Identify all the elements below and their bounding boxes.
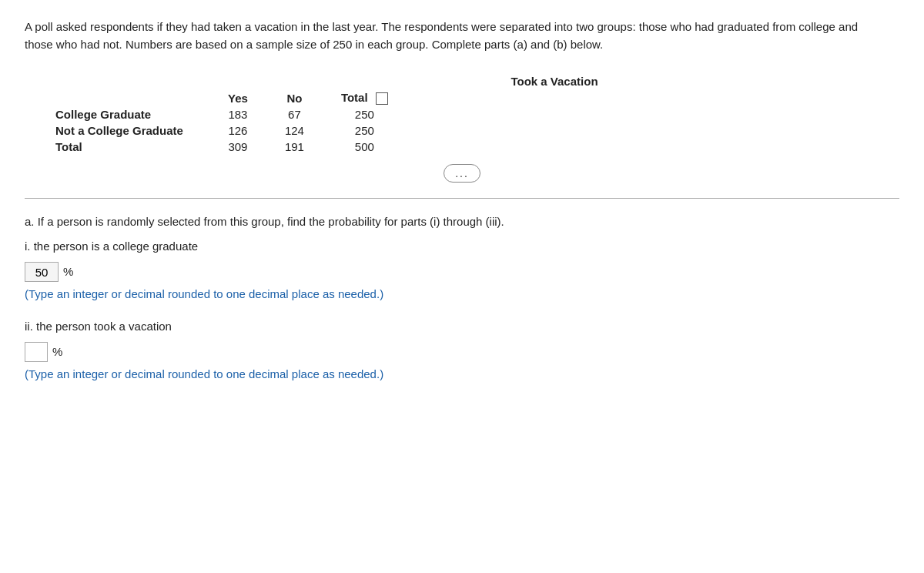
table-row: College Graduate 183 67 250	[55, 106, 407, 122]
cell-total-no: 191	[266, 139, 323, 155]
cell-ncg-total: 250	[323, 122, 407, 139]
cell-cg-no: 67	[266, 106, 323, 122]
part-ii-answer-row: %	[25, 342, 899, 362]
col-header-yes: Yes	[209, 89, 266, 106]
more-button-container: ...	[25, 164, 899, 183]
data-table-section: Took a Vacation Yes No Total College Gra…	[25, 75, 899, 155]
col-header-total: Total	[323, 89, 407, 106]
col-header-no: No	[266, 89, 323, 106]
intro-paragraph: A poll asked respondents if they had tak…	[25, 18, 872, 53]
row-label-not-college-grad: Not a College Graduate	[55, 122, 209, 139]
empty-header	[55, 89, 209, 106]
part-a-label: a. If a person is randomly selected from…	[25, 213, 899, 231]
cell-total-yes: 309	[209, 139, 266, 155]
part-ii-section: ii. the person took a vacation % (Type a…	[25, 317, 899, 384]
edit-icon[interactable]	[376, 92, 388, 105]
cell-cg-yes: 183	[209, 106, 266, 122]
part-ii-hint: (Type an integer or decimal rounded to o…	[25, 365, 899, 384]
cell-ncg-no: 124	[266, 122, 323, 139]
row-label-total: Total	[55, 139, 209, 155]
part-ii-input[interactable]	[25, 342, 48, 362]
table-row: Not a College Graduate 126 124 250	[55, 122, 407, 139]
table-row: Total 309 191 500	[55, 139, 407, 155]
cell-cg-total: 250	[323, 106, 407, 122]
part-i-section: i. the person is a college graduate % (T…	[25, 237, 899, 303]
part-i-label: i. the person is a college graduate	[25, 237, 899, 256]
more-button[interactable]: ...	[444, 164, 480, 183]
cell-ncg-yes: 126	[209, 122, 266, 139]
section-divider	[25, 198, 899, 199]
part-i-answer-row: %	[25, 262, 899, 282]
row-label-college-grad: College Graduate	[55, 106, 209, 122]
part-i-percent: %	[63, 263, 73, 281]
cell-total-total: 500	[323, 139, 407, 155]
survey-table: Yes No Total College Graduate 183 67 250…	[55, 89, 407, 155]
part-ii-percent: %	[52, 343, 62, 361]
part-a-section: a. If a person is randomly selected from…	[25, 213, 899, 303]
took-vacation-label: Took a Vacation	[209, 75, 899, 88]
part-ii-label: ii. the person took a vacation	[25, 317, 899, 336]
part-i-hint: (Type an integer or decimal rounded to o…	[25, 285, 899, 303]
part-i-input[interactable]	[25, 262, 59, 282]
